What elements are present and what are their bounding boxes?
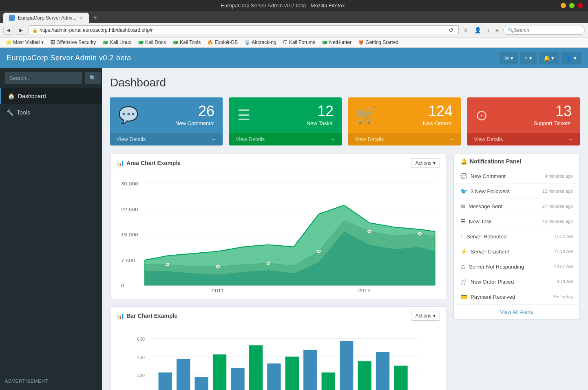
reload-btn[interactable]: ↺: [447, 27, 455, 33]
bookmark-offensive-security[interactable]: 🖼 Offensive Security: [48, 39, 99, 46]
sidebar-item-tools[interactable]: 🔧 Tools: [0, 104, 102, 121]
tickets-info: 13 Support Tickets!: [534, 104, 572, 126]
svg-rect-38: [285, 357, 299, 390]
svg-rect-35: [231, 368, 244, 390]
window-close-btn[interactable]: [578, 3, 583, 8]
bar-chart-actions-btn[interactable]: Actions ▾: [411, 311, 440, 321]
app-header: EuropaCorp Server Admin v0.2 beta ✉ ▾ ≡ …: [0, 48, 588, 68]
area-chart-card: 📊 Area Chart Example Actions ▾: [110, 154, 447, 300]
active-browser-tab[interactable]: EuropaCorp Server Admi... ✕: [3, 13, 89, 23]
bookmark-most-visited[interactable]: ⭐ Most Visited ▾: [3, 39, 46, 46]
message-sent-icon: ✉: [460, 203, 465, 209]
new-comment-time: 4 minutes ago: [545, 174, 573, 178]
svg-text:15,000: 15,000: [121, 232, 138, 238]
header-notifications-btn[interactable]: 🔔 ▾: [539, 52, 559, 64]
server-rebooted-label: Server Rebooted: [466, 234, 506, 240]
tickets-icon: ⊙: [475, 107, 488, 124]
bookmark-getting-started[interactable]: 🦊 Getting Started: [356, 39, 401, 46]
tasks-info: 12 New Tasks!: [307, 104, 334, 126]
svg-rect-37: [267, 364, 281, 390]
menu-btn[interactable]: ≡: [493, 26, 501, 34]
bar-chart-body: 600 450 300 150 0: [111, 325, 447, 390]
arrow-right-icon-orders: →: [449, 136, 454, 142]
notif-item-server-rebooted: ↑ Server Rebooted 11:32 AM: [454, 229, 579, 244]
main-content: Dashboard 💬 26 New Comments! View Detail…: [102, 68, 588, 390]
svg-text:7,500: 7,500: [121, 257, 135, 263]
notifications-panel: 🔔 Notifications Panel 💬 New Comment 4 mi…: [453, 154, 580, 390]
address-bar-container: 🔒 ↺: [29, 25, 459, 35]
svg-rect-41: [340, 341, 353, 390]
address-bar[interactable]: [40, 27, 447, 33]
message-sent-label: Message Sent: [469, 203, 502, 209]
window-maximize-btn[interactable]: [569, 3, 575, 8]
tasks-label: New Tasks!: [307, 120, 334, 126]
bookmark-kali-tools[interactable]: 🐲 Kali Tools: [170, 39, 203, 46]
svg-marker-12: [145, 205, 435, 285]
comments-footer[interactable]: View Details →: [110, 133, 223, 145]
svg-text:300: 300: [137, 373, 145, 378]
bookmark-exploit-db[interactable]: 🔥 Exploit-DB: [205, 39, 240, 46]
bookmark-kali-linux[interactable]: 🐲 Kali Linux: [100, 39, 133, 46]
bookmark-nethunter[interactable]: 🐲 NetHunter: [319, 39, 354, 46]
bookmarks-bar: ⭐ Most Visited ▾ 🖼 Offensive Security 🐲 …: [0, 37, 588, 48]
followers-time: 12 minutes ago: [542, 189, 573, 194]
new-tab-btn[interactable]: +: [89, 13, 101, 23]
sidebar-search-btn[interactable]: 🔍: [85, 72, 101, 84]
notif-left-message-sent: ✉ Message Sent: [460, 203, 502, 209]
payment-time: Yesterday: [553, 294, 573, 299]
comments-info: 26 New Comments!: [175, 104, 214, 126]
stat-card-orders: 🛒 124 New Orders! View Details →: [348, 97, 461, 145]
server-crashed-label: Server Crashed!: [471, 249, 509, 255]
area-chart-header: 📊 Area Chart Example Actions ▾: [111, 154, 447, 172]
charts-notifications-row: 📊 Area Chart Example Actions ▾: [110, 154, 580, 390]
svg-rect-43: [376, 352, 389, 390]
bookmark-star-btn[interactable]: ☆: [461, 26, 471, 34]
bookmark-kali-docs[interactable]: 🐲 Kali Docs: [135, 39, 168, 46]
orders-footer[interactable]: View Details →: [348, 133, 461, 145]
arrow-right-icon: →: [211, 136, 216, 142]
tickets-view-details: View Details: [474, 136, 503, 142]
bar-chart-svg: 600 450 300 150 0: [117, 332, 440, 390]
bar-chart-title-text: Bar Chart Example: [126, 313, 177, 319]
header-messages-btn[interactable]: ✉ ▾: [500, 52, 518, 64]
sync-btn[interactable]: 👤: [472, 26, 483, 34]
dashboard-icon: 🏠: [8, 93, 15, 99]
bookmark-aircrack[interactable]: 📡 Aircrack-ng: [242, 39, 279, 46]
notif-item-new-comment: 💬 New Comment 4 minutes ago: [454, 169, 579, 184]
stat-card-comments-body: 💬 26 New Comments!: [110, 97, 223, 133]
back-btn[interactable]: ◀: [3, 26, 13, 35]
sidebar: 🔍 🏠 Dashboard 🔧 Tools Advertisement: [0, 68, 102, 390]
view-all-alerts-btn[interactable]: View All Alerts: [500, 309, 533, 315]
stat-card-orders-body: 🛒 124 New Orders!: [348, 97, 461, 133]
tickets-footer[interactable]: View Details →: [467, 133, 580, 145]
server-rebooted-time: 11:32 AM: [554, 234, 573, 239]
svg-rect-33: [195, 377, 208, 390]
download-btn[interactable]: ↓: [485, 26, 492, 34]
header-tasks-btn[interactable]: ≡ ▾: [520, 52, 537, 64]
toolbar-icons: ☆ 👤 ↓ ≡: [461, 26, 501, 34]
followers-label: 3 New Followers: [471, 188, 510, 194]
browser-search-input[interactable]: [514, 27, 580, 33]
arrow-right-icon-tasks: →: [330, 136, 335, 142]
search-icon: 🔍: [508, 27, 514, 33]
sidebar-search-input[interactable]: [5, 72, 82, 84]
orders-info: 124 New Orders!: [423, 104, 453, 126]
sidebar-nav: 🏠 Dashboard 🔧 Tools: [0, 88, 102, 374]
browser-toolbar: ◀ ▶ 🔒 ↺ ☆ 👤 ↓ ≡ 🔍: [0, 23, 588, 37]
tab-close-btn[interactable]: ✕: [80, 15, 83, 21]
header-user-btn[interactable]: 👤 ▾: [561, 52, 581, 64]
bar-chart-title: 📊 Bar Chart Example: [117, 313, 177, 319]
sidebar-item-dashboard[interactable]: 🏠 Dashboard: [0, 88, 102, 104]
svg-rect-31: [159, 372, 172, 390]
svg-point-15: [267, 262, 270, 264]
bookmark-kali-forums[interactable]: 🗨 Kali Forums: [281, 39, 318, 46]
window-minimize-btn[interactable]: [561, 3, 566, 8]
server-crashed-icon: ⚡: [460, 248, 467, 255]
area-chart-container: 30,000 22,500 15,000 7,500 0: [117, 179, 440, 293]
tasks-footer[interactable]: View Details →: [229, 133, 342, 145]
notif-item-message-sent: ✉ Message Sent 27 minutes ago: [454, 199, 579, 214]
area-chart-actions-btn[interactable]: Actions ▾: [411, 158, 440, 168]
forward-btn[interactable]: ▶: [16, 26, 26, 35]
notif-left-server-rebooted: ↑ Server Rebooted: [460, 233, 506, 240]
bar-actions-label: Actions: [416, 313, 431, 319]
